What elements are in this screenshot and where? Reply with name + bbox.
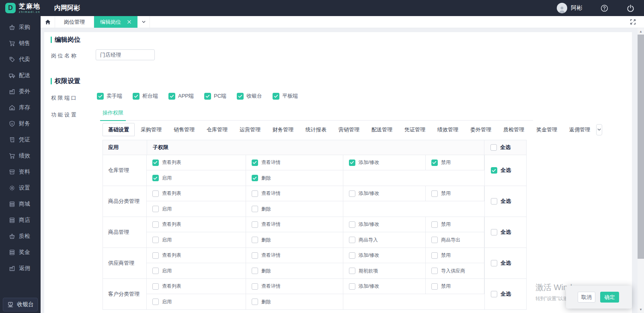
perm-tab-基础设置[interactable]: 基础设置 [103,123,135,136]
sidebar-item-cashier[interactable]: 收银台 [3,298,38,311]
perm-checkbox[interactable] [431,221,438,228]
user-avatar[interactable] [557,3,567,13]
perm-checkbox[interactable] [431,190,438,197]
sidebar-item-凭证[interactable]: 凭证 [0,132,41,148]
group-select-all-checkbox[interactable] [491,229,497,235]
perm-checkbox[interactable] [152,283,159,290]
perm-checkbox[interactable] [152,252,159,259]
group-select-all-checkbox[interactable] [491,291,497,297]
perm-checkbox[interactable] [349,283,355,290]
port-checkbox[interactable] [133,93,139,100]
perm-tab-运营管理[interactable]: 运营管理 [234,123,267,136]
fullscreen-button[interactable] [630,16,636,28]
home-tab[interactable] [41,16,55,28]
sidebar-item-设置[interactable]: 设置 [0,180,41,196]
sidebar-item-财务[interactable]: 财务 [0,116,41,132]
perm-checkbox[interactable] [431,252,438,259]
perm-tab-财务管理[interactable]: 财务管理 [267,123,299,136]
sidebar-item-资料[interactable]: 资料 [0,164,41,180]
tab-operation-permission[interactable]: 操作权限 [100,109,126,121]
perm-checkbox[interactable] [349,221,355,228]
group-select-all-checkbox[interactable] [491,198,497,205]
sidebar-item-配送[interactable]: 配送 [0,68,41,84]
sidebar-item-绩效[interactable]: 绩效 [0,148,41,164]
sidebar-item-销售[interactable]: 销售 [0,35,41,51]
port-checkbox[interactable] [168,93,175,100]
perm-checkbox[interactable] [252,283,258,290]
perm-checkbox[interactable] [152,268,159,274]
select-all-checkbox[interactable] [490,144,497,151]
perm-tab-销售管理[interactable]: 销售管理 [168,123,201,136]
perm-checkbox[interactable] [152,175,159,181]
group-select-all-checkbox[interactable] [491,260,497,266]
perm-checkbox[interactable] [252,237,258,243]
perm-tab-采购管理[interactable]: 采购管理 [135,123,168,136]
perm-tab-统计报表[interactable]: 统计报表 [299,123,332,136]
perm-checkbox[interactable] [431,283,438,290]
perm-tab-奖金管理[interactable]: 奖金管理 [530,123,563,136]
perm-checkbox[interactable] [152,160,159,166]
tab-edit-post[interactable]: 编辑岗位 [94,16,137,28]
perm-checkbox[interactable] [349,190,355,197]
perm-checkbox[interactable] [349,237,355,243]
perm-checkbox[interactable] [349,160,355,166]
perm-tab-仓库管理[interactable]: 仓库管理 [201,123,234,136]
perm-checkbox[interactable] [252,175,258,181]
perm-checkbox[interactable] [252,252,258,259]
close-tab-icon[interactable] [127,20,131,24]
scroll-down-arrow-icon[interactable]: ▼ [638,307,644,313]
port-checkbox-PC端[interactable]: PC端 [204,92,226,100]
tab-list-dropdown[interactable] [137,16,150,28]
perm-checkbox[interactable] [431,268,438,274]
tab-post-management[interactable]: 岗位管理 [55,16,94,28]
scroll-up-arrow-icon[interactable]: ▲ [638,29,644,35]
sidebar-item-商城[interactable]: 商城 [0,196,41,212]
port-checkbox[interactable] [97,93,104,100]
group-select-all-checkbox[interactable] [491,167,497,174]
perm-checkbox[interactable] [252,268,258,274]
perm-checkbox[interactable] [349,268,355,274]
perm-tab-凭证管理[interactable]: 凭证管理 [398,123,431,136]
confirm-button[interactable]: 确定 [600,292,619,303]
sidebar-item-奖金[interactable]: 奖金 [0,244,41,260]
perm-checkbox[interactable] [152,190,159,197]
perm-checkbox[interactable] [252,190,258,197]
perm-tab-绩效管理[interactable]: 绩效管理 [431,123,464,136]
help-icon[interactable] [601,4,608,12]
port-checkbox-卖手端[interactable]: 卖手端 [97,92,122,100]
perm-checkbox[interactable] [431,237,438,243]
perm-checkbox[interactable] [252,299,258,305]
post-name-input[interactable] [96,49,155,60]
sidebar-item-返佣[interactable]: 返佣 [0,260,41,276]
vertical-scrollbar[interactable]: ▲ ▼ [638,28,644,313]
port-checkbox[interactable] [237,93,244,100]
sidebar-item-采购[interactable]: 采购 [0,19,41,35]
port-checkbox-收银台[interactable]: 收银台 [237,92,262,100]
scrollbar-thumb[interactable] [638,35,644,259]
perm-checkbox[interactable] [252,221,258,228]
perm-tab-营销管理[interactable]: 营销管理 [332,123,365,136]
port-checkbox-柜台端[interactable]: 柜台端 [133,92,158,100]
port-checkbox[interactable] [204,93,211,100]
perm-checkbox[interactable] [152,237,159,243]
perm-checkbox[interactable] [431,160,438,166]
port-checkbox[interactable] [273,93,279,100]
sidebar-item-代卖[interactable]: 代卖 [0,51,41,68]
perm-tab-返佣管理[interactable]: 返佣管理 [563,123,596,136]
perm-checkbox[interactable] [152,206,159,212]
perm-tab-质检管理[interactable]: 质检管理 [497,123,530,136]
perm-tabs-more-button[interactable] [596,124,602,135]
user-name[interactable]: 阿彬 [571,4,582,12]
sidebar-item-商店[interactable]: 商店 [0,212,41,228]
perm-tab-配送管理[interactable]: 配送管理 [365,123,398,136]
port-checkbox-平板端[interactable]: 平板端 [273,92,298,100]
port-checkbox-APP端[interactable]: APP端 [168,92,194,100]
perm-checkbox[interactable] [252,206,258,212]
sidebar-item-质检[interactable]: 质检 [0,228,41,244]
power-icon[interactable] [627,4,634,12]
sidebar-item-委外[interactable]: 委外 [0,84,41,100]
cancel-button[interactable]: 取消 [578,292,595,303]
perm-tab-委外管理[interactable]: 委外管理 [464,123,497,136]
sidebar-item-库存[interactable]: 库存 [0,100,41,116]
perm-checkbox[interactable] [349,252,355,259]
